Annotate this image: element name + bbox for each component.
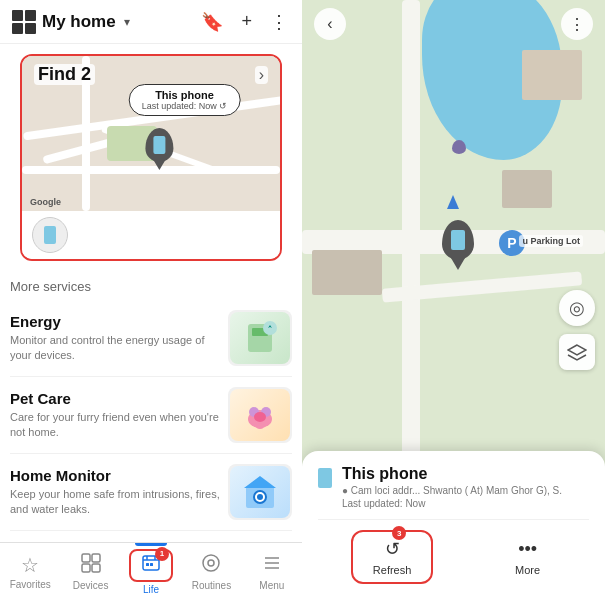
refresh-button[interactable]: 3 ↺ Refresh: [351, 530, 434, 584]
pin-head: [145, 128, 173, 162]
homemonitor-title: Home Monitor: [10, 467, 220, 484]
nav-favorites[interactable]: ☆ Favorites: [0, 547, 60, 596]
favorites-icon: ☆: [21, 553, 39, 577]
life-badge: 1: [155, 547, 169, 561]
life-label: Life: [143, 584, 159, 595]
badge-number-icon: 3: [392, 526, 406, 540]
energy-illustration: [230, 312, 290, 364]
svg-rect-13: [92, 554, 100, 562]
petcare-desc: Care for your furry friend even when you…: [10, 410, 220, 441]
svg-point-23: [208, 560, 214, 566]
card-location-text: ● Cam loci addr... Shwanto ( At) Mam Gho…: [342, 485, 562, 496]
card-info: This phone ● Cam loci addr... Shwanto ( …: [342, 465, 589, 509]
svg-marker-9: [244, 476, 276, 488]
more-button[interactable]: ••• More: [499, 535, 556, 580]
google-label: Google: [30, 197, 61, 207]
svg-point-7: [256, 423, 264, 429]
routines-icon: [201, 553, 221, 578]
direction-arrow-icon: [447, 195, 459, 209]
more-icon: •••: [518, 539, 537, 560]
favorites-label: Favorites: [10, 579, 51, 590]
card-updated: Last updated: Now: [342, 498, 589, 509]
svg-point-2: [263, 321, 277, 335]
right-top-bar: ‹ ⋮: [302, 0, 605, 48]
card-actions: 3 ↺ Refresh ••• More: [318, 519, 589, 584]
active-indicator: [135, 543, 167, 546]
parking-label: u Parking Lot: [519, 235, 583, 247]
petcare-title: Pet Care: [10, 390, 220, 407]
right-map-pin: [442, 220, 474, 260]
nav-routines[interactable]: Routines: [181, 547, 241, 597]
device-phone-icon: [44, 226, 56, 244]
find-badge: 2: [81, 64, 91, 84]
page-title: My home: [42, 12, 116, 32]
energy-desc: Monitor and control the energy usage of …: [10, 333, 220, 364]
svg-rect-21: [150, 563, 153, 566]
card-phone-icon: [318, 468, 332, 488]
energy-image: [228, 310, 292, 366]
find-title: Find 2: [34, 64, 95, 85]
service-info-petcare: Pet Care Care for your furry friend even…: [10, 390, 220, 441]
find-arrow-icon[interactable]: ›: [255, 66, 268, 84]
petcare-image: [228, 387, 292, 443]
energy-title: Energy: [10, 313, 220, 330]
find-section[interactable]: Find 2 › This ph: [20, 54, 282, 261]
svg-point-6: [254, 412, 266, 422]
homemonitor-illustration: [230, 466, 290, 518]
menu-label: Menu: [259, 580, 284, 591]
home-icon-wrap: My home ▾: [12, 10, 130, 34]
find-header: Find 2 ›: [22, 56, 280, 85]
card-title: This phone: [342, 465, 589, 483]
refresh-icon: ↺: [385, 538, 400, 560]
routines-label: Routines: [192, 580, 231, 591]
nav-life[interactable]: Life 1: [121, 543, 181, 601]
card-location-row: ● Cam loci addr... Shwanto ( At) Mam Gho…: [342, 485, 589, 496]
compass-button[interactable]: ◎: [559, 290, 595, 326]
back-button[interactable]: ‹: [314, 8, 346, 40]
petcare-illustration: [230, 389, 290, 441]
homemonitor-image: [228, 464, 292, 520]
tooltip-subtitle: Last updated: Now ↺: [142, 101, 228, 111]
more-options-button[interactable]: ⋮: [268, 9, 290, 35]
nav-menu[interactable]: Menu: [242, 547, 302, 597]
right-pin-phone-icon: [451, 230, 465, 250]
right-more-button[interactable]: ⋮: [561, 8, 593, 40]
map-building-3: [522, 50, 582, 100]
bottom-card: This phone ● Cam loci addr... Shwanto ( …: [302, 451, 605, 600]
tooltip-title: This phone: [142, 89, 228, 101]
svg-point-22: [203, 555, 219, 571]
phone-tooltip: This phone Last updated: Now ↺: [129, 84, 241, 116]
map-building-2: [502, 170, 552, 208]
svg-rect-20: [146, 563, 149, 566]
service-info-homemonitor: Home Monitor Keep your home safe from in…: [10, 467, 220, 518]
service-info-energy: Energy Monitor and control the energy us…: [10, 313, 220, 364]
top-bar: My home ▾ 🔖 + ⋮: [0, 0, 302, 44]
top-bar-actions: 🔖 + ⋮: [199, 9, 290, 35]
more-label: More: [515, 564, 540, 576]
menu-icon: [262, 553, 282, 578]
bookmark-button[interactable]: 🔖: [199, 9, 225, 35]
service-card-homemonitor[interactable]: Home Monitor Keep your home safe from in…: [10, 454, 292, 531]
refresh-label: Refresh: [373, 564, 412, 576]
svg-point-11: [257, 494, 263, 500]
service-card-petcare[interactable]: Pet Care Care for your furry friend even…: [10, 377, 292, 454]
homemonitor-desc: Keep your home safe from intrusions, fir…: [10, 487, 220, 518]
small-pin: [452, 140, 466, 154]
dropdown-arrow-icon[interactable]: ▾: [124, 15, 130, 29]
bottom-nav: ☆ Favorites Devices: [0, 542, 302, 600]
svg-rect-14: [82, 564, 90, 572]
add-button[interactable]: +: [239, 9, 254, 34]
find-device-row[interactable]: [22, 211, 280, 259]
map-building-1: [312, 250, 382, 295]
home-grid-icon: [12, 10, 36, 34]
left-panel: My home ▾ 🔖 + ⋮ Find 2 ›: [0, 0, 302, 600]
more-services-label: More services: [10, 271, 292, 300]
service-card-energy[interactable]: Energy Monitor and control the energy us…: [10, 300, 292, 377]
right-pin-head: [442, 220, 474, 260]
devices-icon: [81, 553, 101, 578]
layers-button[interactable]: [559, 334, 595, 370]
svg-rect-12: [82, 554, 90, 562]
pin-phone-icon: [153, 136, 165, 154]
nav-devices[interactable]: Devices: [60, 547, 120, 597]
scroll-content: Find 2 › This ph: [0, 44, 302, 542]
